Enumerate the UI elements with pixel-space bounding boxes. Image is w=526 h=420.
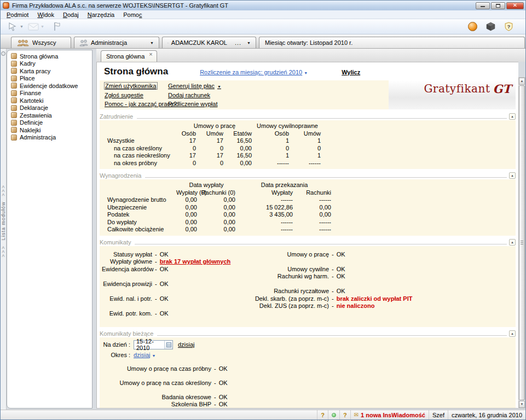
user-name: Szef — [432, 412, 444, 418]
cell-value: 0,00 — [176, 204, 198, 212]
quicklink-pomoc-jak-zacząć-pracę[interactable]: Pomoc - jak zacząć pracę? — [105, 101, 177, 107]
collapse-zatrudnienie-button[interactable]: ▴ — [509, 113, 516, 120]
calendar-button[interactable] — [164, 341, 172, 349]
close-button[interactable]: ✕ — [506, 2, 524, 9]
okres-value-link[interactable]: dzisiaj▼ — [134, 352, 156, 358]
help-status-button-2[interactable]: ? — [339, 410, 350, 419]
quicklink-podliczenie-wypłat[interactable]: Podliczenie wypłat — [168, 101, 218, 107]
help-status-button[interactable]: ? — [317, 410, 328, 419]
quicklink-dodaj-rachunek[interactable]: Dodaj rachunek — [168, 92, 210, 98]
menu-item-widok[interactable]: Widok — [33, 11, 59, 19]
close-tab-icon[interactable]: × — [149, 52, 152, 57]
app-window: Firma Przykładowa ALA s.c. na serwerze W… — [0, 0, 526, 420]
quicklink-zmień-użytkownika[interactable]: Zmień użytkownika — [105, 83, 157, 89]
collapse-biezace-button[interactable]: ▴ — [509, 330, 516, 337]
status-label: Umowy cywilne — [228, 266, 329, 273]
group-header: Data wypłaty — [176, 182, 236, 189]
row-label: Do wypłaty — [102, 219, 176, 226]
wylicz-link[interactable]: Wylicz — [342, 69, 360, 75]
today-link[interactable]: dzisiaj — [178, 341, 195, 348]
more-indicator[interactable]: ... — [235, 39, 241, 46]
insmessage-button[interactable]: ✉ 1 nowa InsWiadomość — [350, 410, 429, 419]
menu-item-dodaj[interactable]: Dodaj — [59, 11, 83, 19]
window-title: Firma Przykładowa ALA s.c. na serwerze W… — [12, 2, 228, 9]
module-strip[interactable]: >>> Lista modułów >>> — [1, 49, 7, 410]
scroll-thumb[interactable] — [519, 85, 525, 400]
settlement-month-link[interactable]: Rozliczenie za miesiąc: grudzień 2010▼ — [200, 69, 308, 75]
collapse-komunikaty-button[interactable]: ▴ — [509, 239, 516, 246]
restore-button[interactable] — [491, 2, 505, 9]
tab-strona-glowna[interactable]: Strona główna × — [101, 50, 157, 62]
status-label: Statusy wypłat — [102, 251, 152, 259]
sidebar-item-zestawienia[interactable]: Zestawienia — [7, 112, 92, 119]
na-dzien-label: Na dzień : — [102, 341, 130, 348]
cell-value: 0,00 — [224, 160, 253, 167]
status-value[interactable]: brak 17 wypłat głównych — [160, 258, 231, 266]
send-message-button[interactable]: ▼ — [26, 20, 47, 33]
status-label: Badania okresowe — [102, 394, 211, 401]
sidebar-item-naklejki[interactable]: Naklejki — [7, 126, 92, 134]
date-value[interactable]: 15-12-2010 — [134, 338, 164, 351]
cube-icon[interactable] — [486, 22, 495, 31]
status-row-ewidencja-akordów: Ewidencja akordów-OK — [102, 266, 230, 273]
title-bar[interactable]: Firma Przykładowa ALA s.c. na serwerze W… — [1, 1, 525, 10]
dropdown-icon[interactable]: ▼ — [247, 41, 251, 45]
sidebar-item-karta-pracy[interactable]: Karta pracy — [7, 67, 92, 75]
sidebar-item-płace[interactable]: Płace — [7, 75, 92, 83]
table-corner — [102, 130, 176, 138]
tab-wszyscy[interactable]: Wszyscy — [11, 37, 71, 48]
sidebar-item-label: Administracja — [20, 134, 56, 141]
cell-value: 16,50 — [224, 152, 253, 160]
sidebar-item-kadry[interactable]: Kadry — [7, 60, 92, 68]
logo-wordmark: Gratyfikant — [424, 82, 490, 95]
employment-table: Umowy o pracęUmowy cywilnoprawneOsóbUmów… — [102, 122, 513, 167]
date-field[interactable]: 15-12-2010 — [134, 340, 173, 349]
tab-administracja[interactable]: Administracja ▼ — [74, 37, 159, 48]
sidebar-item-deklaracje[interactable]: Deklaracje — [7, 104, 92, 112]
status-value: OK — [160, 295, 169, 303]
brand-logo-panel: Gratyfikant GT — [389, 80, 516, 109]
pin-icon[interactable] — [1, 51, 5, 56]
dropdown-icon[interactable]: ▼ — [150, 41, 154, 45]
scroll-up-button[interactable]: ▲ — [519, 78, 525, 85]
status-value: OK — [219, 380, 228, 387]
cell-value: 0,00 — [198, 219, 236, 226]
pointer-tool-button[interactable]: ▼ — [5, 20, 26, 33]
envelope-icon: ✉ — [354, 412, 359, 418]
menu-item-pomoc[interactable]: Pomoc — [119, 11, 146, 19]
sidebar-item-ewidencje-dodatkowe[interactable]: Ewidencje dodatkowe — [7, 82, 92, 90]
quicklink-generuj-listę-płac[interactable]: Generuj listę płac▼ — [168, 83, 221, 89]
divider — [137, 118, 507, 119]
menu-item-podmiot[interactable]: Podmiot — [2, 11, 33, 19]
sidebar-item-label: Definicje — [20, 119, 43, 126]
sidebar-item-kartoteki[interactable]: Kartoteki — [7, 97, 92, 104]
vertical-scrollbar[interactable]: ▲ ▼ — [518, 77, 525, 409]
current-status-list: Umowy o pracę na czas próbny-OKUmowy o p… — [102, 365, 513, 409]
status-column-left: Statusy wypłat-OKWypłaty główne-brak 17 … — [102, 251, 230, 318]
tab-adamczuk-karol[interactable]: ADAMCZUK KAROL ... ▼ — [162, 37, 256, 48]
scroll-down-button[interactable]: ▼ — [519, 401, 525, 408]
insert-sphere-icon[interactable] — [468, 22, 477, 31]
flag-tool-button[interactable] — [50, 20, 64, 33]
cell-value: ------ — [236, 226, 294, 234]
collapse-wynagrodzenia-button[interactable]: ▴ — [509, 172, 516, 179]
sidebar-item-finanse[interactable]: Finanse — [7, 90, 92, 97]
minimize-button[interactable] — [476, 2, 490, 9]
cell-value: 0 — [176, 160, 197, 167]
body-area: >>> Lista modułów >>> Strona głównaKadry… — [1, 49, 525, 410]
pointer-icon — [7, 21, 18, 32]
quicklink-zgłoś-sugestie[interactable]: Zgłoś sugestie — [105, 92, 143, 98]
status-label: Umowy o pracę — [228, 251, 329, 259]
help-shield-icon[interactable]: ? — [504, 22, 513, 31]
window-controls: ✕ — [476, 2, 524, 9]
sidebar-item-strona-główna[interactable]: Strona główna — [7, 52, 92, 60]
sidebar-item-administracja[interactable]: Administracja — [7, 134, 92, 142]
column-header: Umów — [290, 130, 322, 138]
question-icon: ? — [321, 412, 325, 418]
strona-główna-icon — [11, 53, 17, 59]
sidebar-item-definicje[interactable]: Definicje — [7, 119, 92, 127]
section-header: Zatrudnienie ▴ — [100, 113, 516, 120]
toolbar-right-group: ? — [468, 22, 513, 31]
menu-item-narzędzia[interactable]: Narzędzia — [83, 11, 119, 19]
status-separator: - — [332, 251, 334, 259]
